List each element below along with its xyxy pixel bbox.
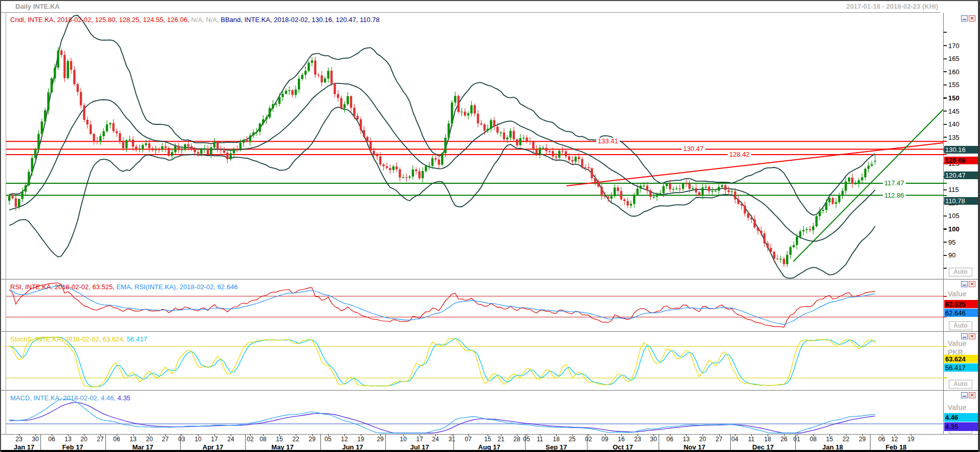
main-value-box: 130.16 — [944, 146, 978, 154]
minimize-icon[interactable] — [961, 15, 968, 21]
date-tick-label: 21 — [494, 436, 508, 443]
minimize-icon[interactable] — [961, 281, 968, 287]
month-separator — [587, 434, 587, 450]
price-tick: 170 — [944, 42, 960, 49]
tick-mark — [944, 32, 947, 33]
main-legend-part: Cndl, INTE.KA, 2018-02-02, 125.80, 128.2… — [10, 16, 191, 24]
month-separator — [320, 434, 321, 450]
price-tick: 105 — [944, 212, 960, 220]
rsi-guide-tick — [943, 296, 947, 297]
date-tick-label: 17 — [413, 436, 426, 443]
date-tick-label: 24 — [224, 436, 237, 443]
title-bar: Daily INTE.KA 2017-01-18 - 2018-02-23 (K… — [1, 1, 978, 12]
date-tick-label: 27 — [159, 436, 172, 443]
tick-mark — [944, 124, 947, 125]
date-tick-label: 13 — [126, 436, 140, 443]
panel-separator[interactable] — [1, 390, 978, 391]
price-tick: 100 — [944, 225, 960, 232]
minimize-icon[interactable] — [961, 392, 968, 398]
date-tick-label: 06 — [45, 436, 58, 443]
stoch-legend-part: StochS, INTE.KA, 2018-02-02, 63.624, — [10, 335, 127, 343]
price-tick: 155 — [944, 81, 960, 89]
panel-separator[interactable] — [1, 279, 978, 279]
price-tick: 145 — [944, 107, 960, 115]
price-tick: 165 — [944, 55, 960, 62]
price-tick-label: 160 — [948, 68, 960, 76]
date-tick-label: 23 — [631, 436, 644, 443]
date-tick-label: 31 — [445, 436, 459, 443]
date-tick-label: 27 — [712, 436, 726, 443]
stoch-auto-button[interactable]: Auto — [949, 380, 972, 389]
level-label[interactable]: 133.41 — [596, 138, 620, 144]
minimize-icon[interactable] — [961, 333, 968, 339]
stoch-guide-tick — [943, 346, 947, 347]
axis-separator — [943, 13, 944, 434]
date-tick-label: 20 — [696, 436, 709, 443]
date-tick-label: 03 — [175, 436, 188, 443]
date-tick-label: 08 — [256, 436, 270, 443]
stoch-guide-tick — [943, 377, 947, 378]
date-tick-label: 22 — [839, 436, 853, 443]
macd-legend: MACD, INTE.KA, 2018-02-02, 4.46, 4.35 — [10, 394, 130, 402]
rsi-legend: RSI, INTE.KA, 2018-02-02, 63.525, EMA, R… — [10, 283, 237, 291]
price-tick-label: 140 — [948, 120, 960, 128]
close-icon[interactable]: ✕ — [969, 15, 975, 21]
tick-mark — [944, 268, 947, 269]
price-tick — [944, 265, 948, 272]
date-tick-label: 13 — [680, 436, 693, 443]
date-tick-label: 13 — [61, 436, 75, 443]
macd-axis-title: Value — [948, 403, 967, 412]
month-separator — [245, 434, 246, 450]
panel-separator[interactable] — [1, 331, 978, 332]
month-separator — [40, 434, 41, 450]
window-title: Daily INTE.KA — [15, 3, 60, 10]
main-legend-part: N/A, N/A, — [191, 16, 221, 24]
date-tick-label: 08 — [807, 436, 820, 443]
close-icon[interactable]: ✕ — [969, 392, 975, 398]
main-legend-part: BBand, INTE.KA, 2018-02-02, 130.16, 120.… — [221, 16, 380, 24]
date-tick-label: 15 — [823, 436, 836, 443]
date-tick-label: 10 — [397, 436, 410, 443]
price-tick-label: 115 — [948, 186, 959, 193]
month-separator — [870, 434, 870, 450]
tick-mark — [944, 137, 947, 138]
main-legend: Cndl, INTE.KA, 2018-02-02, 125.80, 128.2… — [10, 16, 380, 24]
tick-mark — [944, 189, 947, 190]
month-separator — [105, 434, 106, 450]
tick-mark — [944, 97, 947, 99]
date-tick-label: 06 — [110, 436, 123, 443]
level-label[interactable]: 117.47 — [883, 180, 906, 186]
date-tick-label: 01 — [790, 436, 803, 443]
price-tick-label: 105 — [948, 212, 960, 220]
date-tick-label: 05 — [520, 436, 533, 443]
price-tick: 140 — [944, 121, 960, 128]
stoch-legend-part: 56.417 — [127, 335, 147, 343]
date-tick-label: 18 — [550, 436, 563, 443]
close-icon[interactable]: ✕ — [969, 281, 975, 287]
date-tick-label: 20 — [143, 436, 156, 443]
level-label[interactable]: 128.42 — [728, 151, 751, 158]
main-value-box: 110.78 — [944, 197, 978, 205]
price-tick-label: 100 — [948, 225, 960, 233]
stoch-axis-title: Value — [948, 339, 967, 348]
level-tick — [943, 154, 947, 155]
price-tick-label: 165 — [948, 55, 960, 62]
main-auto-button[interactable]: Auto — [949, 268, 972, 276]
month-separator — [659, 434, 659, 450]
level-label[interactable]: 112.86 — [883, 192, 906, 199]
tick-mark — [944, 216, 947, 217]
tick-mark — [944, 242, 947, 243]
panel-separator — [1, 434, 978, 435]
macd-value-box: 4.46 — [944, 413, 978, 422]
price-tick-label: 135 — [948, 134, 960, 141]
macd-legend-part: MACD, INTE.KA, 2018-02-02, 4.46, — [10, 394, 118, 402]
date-tick-label: 19 — [904, 436, 918, 443]
rsi-auto-button[interactable]: Auto — [949, 321, 972, 330]
main-value-box: 120.47 — [944, 171, 978, 179]
price-tick-label: 170 — [948, 42, 960, 50]
price-tick-label: 145 — [948, 107, 960, 115]
macd-value-box: 4.35 — [944, 422, 978, 431]
level-label[interactable]: 130.47 — [682, 145, 705, 152]
date-tick-label: 18 — [761, 436, 774, 443]
close-icon[interactable]: ✕ — [969, 333, 975, 339]
